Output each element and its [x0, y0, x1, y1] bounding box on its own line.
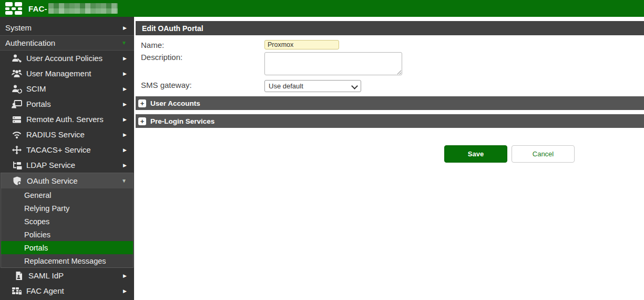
expand-plus-icon[interactable]: +	[138, 99, 146, 107]
chevron-right-icon: ▶	[123, 288, 127, 294]
user-sync-icon	[12, 84, 22, 94]
sidebar-item-oauth-portals-selected[interactable]: Portals	[1, 241, 133, 254]
user-portal-icon	[12, 99, 22, 109]
page-title-bar: Edit OAuth Portal	[136, 21, 644, 35]
sidebar-item-label: Replacement Messages	[24, 257, 106, 265]
sidebar-item-ldap-service[interactable]: LDAP Service ▶	[0, 157, 134, 173]
sidebar-item-label: Scopes	[24, 217, 49, 226]
sidebar-item-label: System	[5, 23, 32, 32]
sidebar-nav: System ▶ Authentication ▼ User Account P…	[0, 17, 134, 300]
chevron-right-icon: ▶	[123, 56, 127, 61]
chevron-right-icon: ▶	[123, 25, 127, 31]
chevron-right-icon: ▶	[123, 273, 127, 278]
sidebar-item-label: RADIUS Service	[26, 130, 85, 139]
sidebar-item-remote-auth-servers[interactable]: Remote Auth. Servers ▶	[0, 112, 134, 127]
sidebar-item-saml-idp[interactable]: SAML IdP ▶	[0, 268, 134, 283]
form-actions: Save Cancel	[444, 145, 644, 163]
name-input[interactable]	[264, 40, 339, 49]
sidebar-item-radius-service[interactable]: RADIUS Service ▶	[0, 127, 134, 142]
user-wrench-icon	[12, 54, 22, 63]
sidebar-item-label: SAML IdP	[28, 271, 64, 280]
oauth-service-expanded-group: OAuth Service ▼ General Relying Party Sc…	[1, 173, 134, 268]
sidebar-item-scim[interactable]: SCIM ▶	[0, 81, 134, 96]
section-user-accounts[interactable]: + User Accounts	[136, 96, 644, 110]
sidebar-item-oauth-scopes[interactable]: Scopes	[1, 215, 133, 228]
main-content: Edit OAuth Portal Name: Description: SMS…	[134, 17, 644, 300]
top-bar: FAC-	[0, 0, 644, 17]
sidebar-item-label: Portals	[26, 99, 51, 108]
save-button[interactable]: Save	[444, 145, 507, 163]
sidebar-item-oauth-general[interactable]: General	[1, 188, 133, 202]
sidebar-item-oauth-service[interactable]: OAuth Service ▼	[1, 173, 133, 188]
chevron-right-icon: ▶	[123, 102, 127, 107]
shield-icon	[12, 176, 23, 186]
sidebar-item-oauth-policies[interactable]: Policies	[1, 228, 133, 241]
sidebar-item-label: OAuth Service	[27, 176, 78, 185]
sidebar-item-label: General	[24, 191, 52, 199]
sidebar-item-authentication[interactable]: Authentication ▼	[0, 35, 134, 51]
sms-gateway-select[interactable]: Use default	[264, 80, 361, 92]
sidebar-item-label: LDAP Service	[26, 161, 75, 169]
section-pre-login-services[interactable]: + Pre-Login Services	[136, 114, 644, 128]
chevron-right-icon: ▶	[123, 163, 127, 168]
server-stack-icon	[12, 115, 22, 124]
user-group-icon	[12, 69, 22, 78]
sms-gateway-label: SMS gateway:	[141, 80, 264, 89]
sidebar-item-label: Policies	[24, 231, 50, 239]
wifi-icon	[12, 130, 22, 139]
chevron-right-icon: ▶	[123, 117, 127, 122]
grid-lock-icon	[12, 286, 22, 296]
chevron-right-icon: ▶	[123, 86, 127, 92]
name-label: Name:	[141, 40, 264, 49]
cross-arrows-icon	[12, 145, 22, 155]
oauth-portal-form: Name: Description: SMS gateway: Use defa…	[134, 40, 644, 92]
page-title: Edit OAuth Portal	[142, 24, 203, 33]
hierarchy-icon	[12, 161, 22, 170]
product-title: FAC-	[28, 4, 47, 13]
sidebar-item-label: User Account Policies	[26, 54, 103, 63]
chevron-right-icon: ▶	[123, 132, 127, 137]
sidebar-item-label: FAC Agent	[26, 286, 64, 295]
sidebar-item-user-account-policies[interactable]: User Account Policies ▶	[0, 51, 134, 66]
section-label: Pre-Login Services	[150, 117, 214, 125]
sidebar-item-label: Portals	[24, 244, 48, 252]
sidebar-item-oauth-relying-party[interactable]: Relying Party	[1, 202, 133, 215]
sidebar-item-tacacs-service[interactable]: TACACS+ Service ▶	[0, 142, 134, 157]
redacted-hostname	[48, 3, 118, 14]
expand-plus-icon[interactable]: +	[138, 117, 146, 125]
fortinet-logo-icon	[5, 2, 23, 15]
sidebar-item-fac-agent[interactable]: FAC Agent ▶	[0, 283, 134, 298]
chevron-down-icon: ▼	[121, 40, 127, 46]
chevron-down-icon: ▼	[121, 178, 127, 184]
sidebar-item-label: Authentication	[5, 38, 55, 47]
sidebar-item-label: Relying Party	[24, 204, 69, 213]
sidebar-item-label: SCIM	[26, 84, 46, 93]
document-user-icon	[14, 271, 24, 281]
description-textarea[interactable]	[264, 52, 402, 75]
section-label: User Accounts	[150, 99, 200, 107]
sidebar-item-label: User Management	[26, 69, 91, 78]
sidebar-item-portals[interactable]: Portals ▶	[0, 96, 134, 112]
sidebar-item-label: Remote Auth. Servers	[26, 115, 104, 124]
sidebar-item-user-management[interactable]: User Management ▶	[0, 66, 134, 81]
chevron-right-icon: ▶	[123, 147, 127, 153]
sidebar-item-system[interactable]: System ▶	[0, 20, 134, 35]
cancel-button[interactable]: Cancel	[512, 145, 575, 163]
description-label: Description:	[141, 52, 264, 62]
chevron-right-icon: ▶	[123, 71, 127, 76]
sidebar-item-oauth-replacement-messages[interactable]: Replacement Messages	[1, 254, 133, 267]
sidebar-item-label: TACACS+ Service	[26, 145, 91, 154]
